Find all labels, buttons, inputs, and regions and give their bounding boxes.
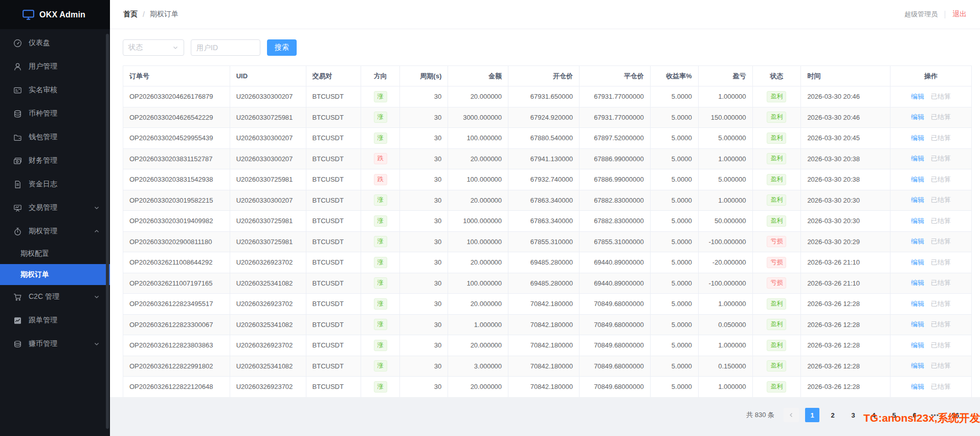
pagination-prev-button[interactable] [784,408,799,422]
sidebar-menu: 仪表盘用户管理实名审核币种管理钱包管理财务管理资金日志交易管理期权管理期权配置期… [0,29,110,356]
sidebar-item-copy-trade-management[interactable]: 跟单管理 [0,309,110,332]
cell-order_no: OP20260330202900811180 [123,232,230,253]
uid-input[interactable] [191,39,260,56]
cell-actions: 编辑已结算 [890,377,971,398]
cell-time: 2026-03-30 20:30 [801,211,890,232]
cell-uid: U20260326923702 [230,252,306,273]
cell-time: 2026-03-26 21:10 [801,273,890,294]
status-select-placeholder: 状态 [128,43,172,52]
settled-label: 已结算 [931,154,951,163]
topbar-right: 超级管理员 退出 [904,10,967,19]
cell-period: 30 [400,128,448,149]
chevron-down-icon [172,45,179,51]
sidebar-item-wallet-management[interactable]: 钱包管理 [0,125,110,149]
settled-label: 已结算 [931,92,951,101]
sidebar-item-kyc-review[interactable]: 实名审核 [0,78,110,102]
settled-label: 已结算 [931,134,951,143]
table-row: OP20260330203019409982U20260330725981BTC… [123,211,971,232]
cell-direction: 涨 [361,315,400,336]
edit-button[interactable]: 编辑 [911,341,924,350]
cell-status: 盈利 [753,315,801,336]
edit-button[interactable]: 编辑 [911,258,924,267]
cell-period: 30 [400,315,448,336]
settled-label: 已结算 [931,195,951,205]
sidebar-item-label: 财务管理 [29,156,100,165]
edit-button[interactable]: 编辑 [911,113,924,122]
edit-button[interactable]: 编辑 [911,134,924,143]
edit-button[interactable]: 编辑 [911,382,924,391]
edit-button[interactable]: 编辑 [911,92,924,101]
sidebar-item-finance-management[interactable]: 财务管理 [0,149,110,172]
sidebar-item-dashboard[interactable]: 仪表盘 [0,31,110,55]
cell-amount: 3.000000 [448,356,508,377]
cell-open_price: 67932.740000 [508,169,580,190]
settled-label: 已结算 [931,113,951,122]
sidebar-item-earn-management[interactable]: 赚币管理 [0,332,110,356]
table-row: OP20260326211008644292U20260326923702BTC… [123,252,971,273]
cell-pnl: -20.000000 [699,252,753,273]
direction-badge: 涨 [374,133,387,144]
cell-direction: 跌 [361,149,400,170]
direction-badge: 涨 [374,215,387,227]
edit-button[interactable]: 编辑 [911,299,924,309]
breadcrumb-home[interactable]: 首页 [123,10,138,19]
cell-pnl: -100.000000 [699,273,753,294]
cell-amount: 20.000000 [448,335,508,356]
status-select[interactable]: 状态 [123,39,184,56]
edit-button[interactable]: 编辑 [911,216,924,226]
edit-button[interactable]: 编辑 [911,175,924,184]
sidebar-item-trade-management[interactable]: 交易管理 [0,196,110,220]
orders-table: 订单号UID交易对方向周期(s)金额开仓价平仓价收益率%盈亏状态时间操作 OP2… [123,66,972,398]
page-2[interactable]: 2 [826,408,840,422]
sidebar-subitem-options-orders[interactable]: 期权订单 [0,264,110,285]
search-button[interactable]: 搜索 [267,39,297,56]
cell-uid: U20260330300207 [230,128,306,149]
sidebar-item-options-management[interactable]: 期权管理 [0,220,110,243]
table-row: OP20260330203831152787U20260330300207BTC… [123,149,971,170]
cell-amount: 20.000000 [448,377,508,398]
edit-button[interactable]: 编辑 [911,195,924,205]
table-row: OP20260330203831542938U20260330725981BTC… [123,169,971,190]
page-3[interactable]: 3 [846,408,860,422]
sidebar-subitem-options-config[interactable]: 期权配置 [0,243,110,264]
cell-yield_rate: 5.0000 [651,356,699,377]
cell-amount: 20.000000 [448,252,508,273]
user-role: 超级管理员 [904,10,938,19]
cell-close_price: 67882.83000000 [580,190,651,211]
page-1[interactable]: 1 [805,408,819,422]
sidebar-item-fund-log[interactable]: 资金日志 [0,172,110,196]
coin-stack-icon [13,340,22,348]
money-icon [13,157,22,165]
app-title: OKX Admin [39,10,85,19]
cell-uid: U20260325341082 [230,356,306,377]
cart-icon [13,293,22,301]
cell-pair: BTCUSDT [306,335,362,356]
sidebar-item-coin-management[interactable]: 币种管理 [0,102,110,125]
cell-actions: 编辑已结算 [890,128,971,149]
logout-button[interactable]: 退出 [952,10,967,19]
edit-button[interactable]: 编辑 [911,361,924,370]
cell-pnl: 0.050000 [699,315,753,336]
settled-label: 已结算 [931,320,951,329]
cell-status: 盈利 [753,149,801,170]
cell-direction: 涨 [361,211,400,232]
cell-pair: BTCUSDT [306,107,362,128]
cell-direction: 涨 [361,335,400,356]
app-logo: OKX Admin [0,0,110,29]
settled-label: 已结算 [931,175,951,184]
edit-button[interactable]: 编辑 [911,237,924,246]
cell-amount: 1.000000 [448,315,508,336]
direction-badge: 涨 [374,277,387,289]
sidebar-item-user-management[interactable]: 用户管理 [0,55,110,78]
sidebar-scrollbar-thumb[interactable] [106,34,109,429]
sidebar-item-c2c-management[interactable]: C2C 管理 [0,285,110,309]
direction-badge: 涨 [374,91,387,102]
cell-period: 30 [400,377,448,398]
edit-button[interactable]: 编辑 [911,278,924,288]
edit-button[interactable]: 编辑 [911,320,924,329]
cell-close_price: 70849.68000000 [580,377,651,398]
edit-button[interactable]: 编辑 [911,154,924,163]
wallet-icon [13,133,22,142]
cell-time: 2026-03-30 20:46 [801,107,890,128]
cell-actions: 编辑已结算 [890,190,971,211]
